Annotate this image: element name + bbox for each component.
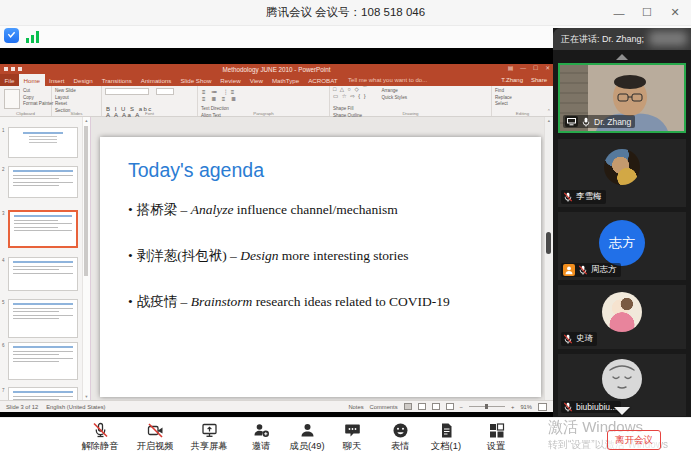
slide-scrollbar-thumb[interactable] (546, 232, 551, 254)
format-painter-button[interactable]: Format Painter (23, 101, 51, 108)
tab-animations[interactable]: Animations (136, 74, 176, 86)
shapes-gallery-2[interactable]: ▭ ☆ ⇨ { } (330, 93, 374, 100)
slide-thumbnail-5[interactable] (8, 299, 78, 338)
zoom-out-icon[interactable]: − (460, 404, 463, 410)
slide-thumbnail-7[interactable] (8, 387, 78, 400)
speaking-label: 正在讲话: Dr. Zhang; (561, 33, 644, 46)
new-slide-button[interactable]: New Slide (55, 88, 101, 95)
slide-thumbnail-4[interactable] (8, 257, 78, 291)
thumbnail-scrollbar[interactable]: ▴ ▾ (82, 117, 90, 400)
invite-icon (253, 422, 270, 439)
ribbon-group-paragraph: ≡ ≔ ⋮≡ ≡ ≣ ≡ ≣ Text Direction Align Text… (198, 86, 330, 116)
ppt-ribbon: Cut Copy Format Painter Clipboard New Sl… (0, 86, 553, 117)
slideshow-view-icon[interactable] (446, 403, 454, 410)
ppt-close-icon[interactable]: ✕ (545, 65, 550, 71)
tab-view[interactable]: View (245, 74, 267, 86)
maximize-icon[interactable]: ☐ (633, 0, 661, 25)
language-indicator[interactable]: English (United States) (46, 404, 105, 410)
thumb-number: 1 (2, 128, 7, 133)
participant-tile-zhou-zhifang[interactable]: 志方 周志方 (558, 212, 686, 280)
zoom-slider[interactable] (469, 406, 505, 407)
select-button[interactable]: Select (495, 101, 553, 108)
thumbnail-scrollbar-thumb[interactable] (84, 126, 88, 276)
close-icon[interactable]: ✕ (661, 0, 689, 25)
network-signal-icon[interactable] (25, 29, 41, 42)
slide-thumbnail-6[interactable] (8, 342, 78, 380)
tab-insert[interactable]: Insert (45, 74, 69, 86)
current-slide[interactable]: Today's agenda •搭桥梁 – Analyze influence … (100, 137, 541, 397)
slide-scrollbar[interactable]: ▴ (544, 117, 553, 400)
share-screen-button[interactable]: 共享屏幕 (179, 422, 239, 453)
avatar-initials: 志方 (609, 234, 635, 252)
layout-button[interactable]: Layout (55, 95, 101, 102)
notes-button[interactable]: Notes (348, 404, 363, 410)
scroll-up-icon[interactable]: ▴ (545, 118, 553, 123)
comments-button[interactable]: Comments (370, 404, 398, 410)
tab-slide-show[interactable]: Slide Show (176, 74, 216, 86)
chat-icon (344, 422, 361, 439)
settings-button[interactable]: 设置 (466, 422, 526, 453)
start-video-button[interactable]: 开启视频 (125, 422, 185, 453)
list-buttons[interactable]: ≡ ≔ ⋮≡ (198, 86, 256, 95)
powerpoint-window: Methodology JUNE 2010 - PowerPoint ▤ — ☐… (0, 64, 553, 412)
slide-thumbnail-3-selected[interactable] (8, 210, 78, 248)
zoom-slider-knob[interactable] (485, 404, 488, 409)
fit-slide-icon[interactable] (538, 403, 547, 411)
tab-review[interactable]: Review (216, 74, 245, 86)
ribbon-display-icon[interactable]: ▤ (508, 65, 513, 71)
tab-design[interactable]: Design (69, 74, 97, 86)
scroll-up-icon[interactable]: ▴ (83, 118, 90, 123)
expand-panel-icon[interactable] (614, 407, 630, 415)
slide-thumbnail-1[interactable] (8, 127, 78, 158)
cut-button[interactable]: Cut (23, 88, 51, 95)
normal-view-icon[interactable] (404, 403, 412, 410)
zoom-in-icon[interactable]: + (511, 404, 514, 410)
tab-home[interactable]: Home (19, 74, 45, 86)
shared-screen-region: Methodology JUNE 2010 - PowerPoint ▤ — ☐… (0, 48, 553, 417)
slide-thumbnail-panel: 1 2 3 4 5 (0, 117, 91, 400)
ppt-minimize-icon[interactable]: — (520, 65, 526, 71)
thumb-number: 6 (2, 343, 7, 348)
mic-on-icon (581, 117, 591, 127)
collapse-ribbon-icon[interactable]: ⌃ (547, 108, 551, 114)
leave-meeting-button[interactable]: 离开会议 (607, 430, 661, 450)
slide-thumbnail-2[interactable] (8, 166, 78, 198)
scroll-down-icon[interactable]: ▾ (83, 394, 90, 399)
reading-view-icon[interactable] (432, 403, 440, 410)
thumb-number: 3 (2, 211, 7, 216)
replace-button[interactable]: Replace (495, 95, 553, 102)
camera-off-icon (147, 422, 164, 439)
tell-me-box[interactable]: Tell me what you want to do... (348, 74, 427, 86)
tab-acrobat[interactable]: ACROBAT (304, 74, 342, 86)
align-buttons[interactable]: ≡ ≣ ≡ ≣ (198, 95, 256, 102)
find-button[interactable]: Find (495, 88, 553, 95)
font-name-input[interactable] (105, 88, 149, 95)
slide-bullet-list: •搭桥梁 – Analyze influence channel/mechani… (128, 201, 450, 339)
ppt-account-name: T.Zhang (501, 77, 523, 83)
ppt-maximize-icon[interactable]: ☐ (533, 65, 538, 71)
security-shield-icon[interactable] (4, 28, 19, 43)
participant-tile-dr-zhang[interactable]: Dr. Zhang (558, 63, 686, 133)
tab-file[interactable]: File (0, 74, 19, 86)
unmute-button[interactable]: 解除静音 (70, 422, 130, 453)
settings-grid-icon (488, 422, 505, 439)
copy-button[interactable]: Copy (23, 95, 51, 102)
paste-button[interactable] (4, 89, 20, 109)
participant-tile-shi-qi[interactable]: 史琦 (558, 285, 686, 349)
slide-title: Today's agenda (128, 159, 264, 182)
shapes-gallery[interactable]: □ △ ○ ◇ ⌒ (330, 86, 374, 93)
avatar (602, 359, 642, 399)
participant-tile-li-xuemei[interactable]: 李雪梅 (558, 139, 686, 207)
tab-transitions[interactable]: Transitions (97, 74, 136, 86)
tab-mathtype[interactable]: MathType (267, 74, 303, 86)
font-size-input[interactable] (156, 88, 174, 95)
slide-sorter-view-icon[interactable] (418, 403, 426, 410)
zoom-level[interactable]: 91% (520, 404, 532, 410)
collapse-panel-icon[interactable] (616, 54, 628, 60)
arrange-button[interactable]: Arrange (381, 88, 427, 95)
minimize-icon[interactable]: — (605, 0, 633, 25)
reset-button[interactable]: Reset (55, 101, 101, 108)
ppt-status-bar: Slide 3 of 12 English (United States) No… (0, 400, 553, 412)
share-button[interactable]: Share (531, 77, 547, 83)
quick-styles-button[interactable]: Quick Styles (381, 95, 427, 102)
